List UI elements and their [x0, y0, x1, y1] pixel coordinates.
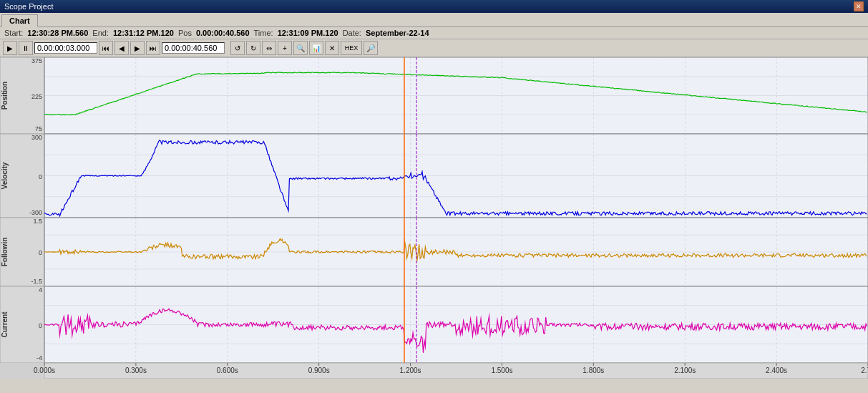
end-value: 12:31:12 PM.120 — [113, 29, 174, 37]
refresh2-button[interactable]: ↻ — [246, 41, 260, 55]
start-label: Start: — [4, 29, 23, 37]
cursor-button[interactable]: + — [278, 41, 292, 55]
start-value: 12:30:28 PM.560 — [27, 29, 88, 37]
time-label: Time: — [254, 29, 273, 37]
close-button[interactable]: ✕ — [854, 1, 864, 11]
chart-type-button[interactable]: 📊 — [309, 41, 323, 55]
end-label: End: — [92, 29, 109, 37]
pos-label: Pos — [178, 29, 192, 37]
skip-end-button[interactable]: ⏭ — [146, 41, 160, 55]
tab-bar: Chart — [0, 13, 868, 27]
title-text: Scope Project — [4, 2, 854, 11]
pause-button[interactable]: ⏸ — [19, 41, 33, 55]
hex-button[interactable]: HEX — [341, 41, 362, 55]
date-label: Date: — [343, 29, 361, 37]
toolbar: ▶ ⏸ ⏮ ◀ ▶ ⏭ ↺ ↻ ⇔ + 🔍 📊 ✕ HEX 🔎 — [0, 39, 868, 57]
close-chart-button[interactable]: ✕ — [325, 41, 339, 55]
info-bar: Start: 12:30:28 PM.560 End: 12:31:12 PM.… — [0, 27, 868, 39]
time-input-2[interactable] — [162, 42, 225, 54]
settings-button[interactable]: 🔎 — [364, 41, 378, 55]
skip-start-button[interactable]: ⏮ — [99, 41, 113, 55]
chart-canvas[interactable] — [0, 57, 868, 379]
step-back-button[interactable]: ◀ — [114, 41, 129, 55]
date-value: September-22-14 — [366, 29, 429, 37]
refresh-button[interactable]: ↺ — [230, 41, 245, 55]
chart-tab[interactable]: Chart — [1, 14, 38, 27]
time-input-1[interactable] — [34, 42, 97, 54]
time-value: 12:31:09 PM.120 — [278, 29, 338, 37]
zoom-button[interactable]: 🔍 — [293, 41, 308, 55]
play-button[interactable]: ▶ — [3, 41, 17, 55]
pos-value: 0.00:00:40.560 — [196, 29, 250, 37]
move-button[interactable]: ⇔ — [262, 41, 276, 55]
chart-area — [0, 57, 868, 387]
step-forward-button[interactable]: ▶ — [130, 41, 145, 55]
title-bar: Scope Project ✕ — [0, 0, 868, 13]
